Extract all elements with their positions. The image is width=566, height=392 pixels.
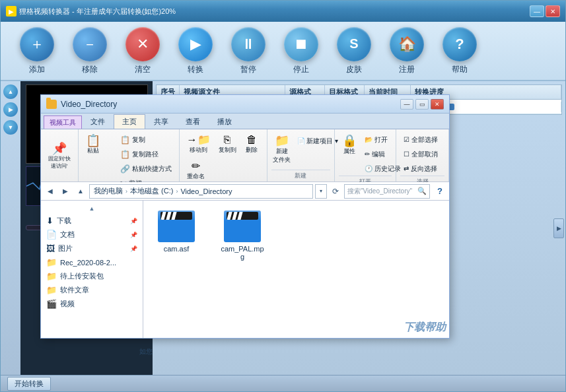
explorer-win-controls: — ▭ ✕ bbox=[400, 99, 444, 110]
app-icon: ▶ bbox=[6, 6, 17, 16]
tab-view[interactable]: 查看 bbox=[177, 114, 209, 129]
pause-button[interactable]: ⏸ 暂停 bbox=[225, 27, 271, 75]
documents-icon: 📄 bbox=[46, 230, 57, 240]
skin-icon: S bbox=[337, 27, 371, 61]
invert-selection-button[interactable]: ⇄ 反向选择 bbox=[400, 162, 444, 176]
breadcrumb[interactable]: 我的电脑 › 本地磁盘 (C:) › Video_Directory bbox=[89, 184, 313, 199]
new-folder-button[interactable]: 📁 新建文件夹 bbox=[271, 132, 293, 167]
nav-item-rec[interactable]: 📁 Rec_2020-08-2... bbox=[41, 255, 143, 269]
search-placeholder: 搜索"Video_Directory" bbox=[347, 187, 412, 196]
nav-item-pictures[interactable]: 🖼 图片 📌 bbox=[41, 242, 143, 255]
nav-label-documents: 文档 bbox=[60, 230, 75, 240]
file-item-cam-pal[interactable]: cam_PAL.mpg bbox=[216, 207, 269, 264]
rename-button[interactable]: ✏ 重命名 bbox=[184, 158, 208, 183]
register-button[interactable]: 🏠 注册 bbox=[384, 27, 430, 75]
register-icon: 🏠 bbox=[390, 27, 424, 61]
delete-button[interactable]: 🗑 删除 bbox=[241, 132, 262, 157]
explorer-minimize-button[interactable]: — bbox=[400, 99, 413, 110]
toolbar: ＋ 添加 － 移除 ✕ 清空 ▶ 转换 ⏸ 暂停 ⏹ 停止 S 皮肤 🏠 注册 bbox=[1, 22, 565, 81]
clapper-stripe-2 bbox=[166, 212, 171, 220]
copy-button[interactable]: 📋 复制 bbox=[117, 133, 175, 147]
ribbon-tabs: 视频工具 文件 主页 共享 查看 播放 bbox=[41, 114, 449, 129]
stop-button[interactable]: ⏹ 停止 bbox=[278, 27, 324, 75]
add-button[interactable]: ＋ 添加 bbox=[14, 27, 60, 75]
pin-downloads-icon: 📌 bbox=[130, 218, 137, 224]
sidebar-up-button[interactable]: ▲ bbox=[3, 84, 18, 99]
paste-icon-area: 📋 粘贴 bbox=[86, 135, 100, 155]
tab-home[interactable]: 主页 bbox=[114, 114, 145, 129]
clipboard-buttons: 📋 粘贴 📋 复制 📋 复制路径 bbox=[83, 132, 175, 190]
file-icon-cam-pal bbox=[224, 211, 261, 242]
ribbon-group-open: 🔒 属性 📂 打开 ✏ 编辑 🕐 历史记录 bbox=[335, 129, 396, 181]
paste-button[interactable]: 📋 粘贴 bbox=[83, 132, 116, 158]
right-expand-button[interactable]: ▶ bbox=[553, 218, 564, 238]
explorer-restore-button[interactable]: ▭ bbox=[415, 99, 429, 110]
clapper-cam-asf bbox=[160, 212, 192, 220]
file-item-cam-asf[interactable]: cam.asf bbox=[150, 207, 203, 256]
nav-label-rec: Rec_2020-08-2... bbox=[60, 259, 116, 267]
pin-quick-access-button[interactable]: 📌 固定到'快速访问' bbox=[45, 140, 74, 172]
start-convert-button[interactable]: 开始转换 bbox=[7, 377, 51, 391]
nav-label-pictures: 图片 bbox=[58, 244, 73, 253]
sidebar-play-button[interactable]: ▶ bbox=[3, 102, 18, 117]
close-button[interactable]: ✕ bbox=[546, 5, 560, 17]
copy-path-button[interactable]: 📋 复制路径 bbox=[117, 148, 175, 161]
breadcrumb-drive[interactable]: 本地磁盘 (C:) bbox=[130, 186, 173, 196]
properties-button[interactable]: 🔒 属性 bbox=[339, 132, 360, 176]
new-folder-icon: 📁 bbox=[275, 135, 289, 147]
organize-buttons: →📁 移动到 ⎘ 复制到 🗑 删除 ✏ 重命 bbox=[184, 132, 263, 183]
breadcrumb-dropdown[interactable]: ▾ bbox=[315, 184, 327, 199]
breadcrumb-computer[interactable]: 我的电脑 bbox=[94, 186, 123, 196]
pictures-icon: 🖼 bbox=[46, 244, 55, 253]
new-buttons: 📁 新建文件夹 📄 新建项目 ▾ bbox=[271, 132, 331, 170]
back-button[interactable]: ◀ bbox=[44, 185, 57, 198]
copy-to-button[interactable]: ⎘ 复制到 bbox=[215, 132, 240, 157]
explorer-close-button[interactable]: ✕ bbox=[431, 99, 444, 110]
sidebar-down-button[interactable]: ▼ bbox=[3, 120, 18, 135]
nav-item-downloads[interactable]: ⬇ 下载 📌 bbox=[41, 214, 143, 228]
paste-shortcut-button[interactable]: 🔗 粘贴快捷方式 bbox=[117, 162, 175, 176]
nav-item-scroll-up[interactable]: ▲ bbox=[41, 203, 143, 214]
upload-pkg-icon: 📁 bbox=[46, 271, 57, 281]
search-box[interactable]: 搜索"Video_Directory" 🔍 bbox=[344, 184, 430, 199]
nav-item-software[interactable]: 📁 软件文章 bbox=[41, 283, 143, 297]
breadcrumb-folder[interactable]: Video_Directory bbox=[180, 187, 232, 195]
help-button[interactable]: ? 帮助 bbox=[437, 27, 483, 75]
tab-share[interactable]: 共享 bbox=[145, 114, 177, 129]
skin-button[interactable]: S 皮肤 bbox=[331, 27, 377, 75]
tab-play[interactable]: 播放 bbox=[209, 114, 240, 129]
clear-button[interactable]: ✕ 清空 bbox=[120, 27, 166, 75]
file-name-cam-pal: cam_PAL.mpg bbox=[219, 245, 265, 261]
remove-button[interactable]: － 移除 bbox=[67, 27, 113, 75]
help-icon: ? bbox=[442, 27, 477, 61]
main-content: ▲ ▶ ▼ ⏮ ▶ ⏭ 🔊 00:00:00 bbox=[1, 81, 565, 375]
tab-video-tools[interactable]: 视频工具 bbox=[44, 115, 82, 129]
nav-label-video: 视频 bbox=[60, 299, 75, 309]
convert-icon: ▶ bbox=[178, 27, 213, 61]
explorer-body: ▲ ⬇ 下载 📌 📄 文档 📌 🖼 图片 � bbox=[41, 201, 449, 338]
search-icon: 🔍 bbox=[417, 187, 427, 195]
nav-item-upload-pkg[interactable]: 📁 待上传安装包 bbox=[41, 269, 143, 283]
help-circle-button[interactable]: ? bbox=[433, 185, 446, 198]
new-item-button[interactable]: 📄 新建项目 ▾ bbox=[294, 135, 342, 148]
clear-label: 清空 bbox=[135, 64, 151, 75]
nav-item-documents[interactable]: 📄 文档 📌 bbox=[41, 228, 143, 242]
file-icon-cam-asf bbox=[158, 211, 195, 242]
forward-button[interactable]: ▶ bbox=[59, 185, 72, 198]
stop-label: 停止 bbox=[293, 64, 309, 75]
move-to-button[interactable]: →📁 移动到 bbox=[184, 132, 214, 157]
deselect-all-button[interactable]: ☐ 全部取消 bbox=[400, 148, 444, 161]
breadcrumb-arrow-1: › bbox=[125, 188, 127, 195]
minimize-button[interactable]: — bbox=[530, 5, 544, 17]
select-all-button[interactable]: ☑ 全部选择 bbox=[400, 133, 444, 147]
file-icon-bg-cam-pal bbox=[224, 211, 261, 242]
convert-button[interactable]: ▶ 转换 bbox=[172, 27, 219, 75]
tab-file[interactable]: 文件 bbox=[82, 114, 114, 129]
file-area: cam.asf bbox=[143, 201, 449, 338]
file-name-cam-asf: cam.asf bbox=[164, 245, 190, 253]
up-button[interactable]: ▲ bbox=[74, 185, 87, 198]
watermark: 下载帮助 bbox=[404, 321, 446, 335]
bottom-bar: 开始转换 bbox=[1, 375, 565, 391]
refresh-button[interactable]: ⟳ bbox=[329, 185, 342, 198]
nav-item-video[interactable]: 🎬 视频 bbox=[41, 297, 143, 311]
